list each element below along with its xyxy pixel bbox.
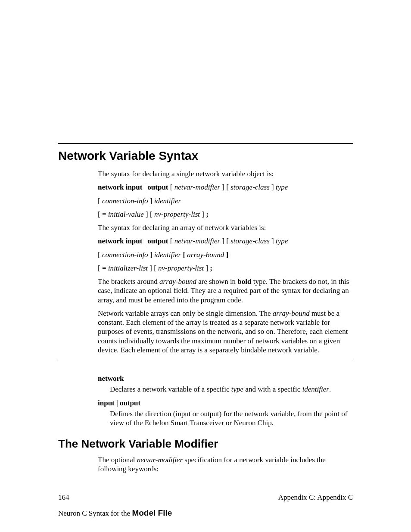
page-number: 164 xyxy=(58,493,69,502)
term-network-label: network xyxy=(98,374,353,383)
footer-line1: 164 Appendix C: Appendix C xyxy=(58,493,353,502)
intro-p2: The syntax for declaring an array of net… xyxy=(98,223,353,232)
syntax-single-line3: [ = initial-value ] [ nv-property-list ]… xyxy=(98,210,353,219)
body-block-1: The syntax for declaring a single networ… xyxy=(98,169,353,355)
footer-line2-a: Neuron C Syntax for the xyxy=(58,509,132,517)
intro-p4: Network variable arrays can only be sing… xyxy=(98,309,353,355)
term-io-desc: Defines the direction (input or output) … xyxy=(110,409,353,428)
nvmod-block: The Network Variable Modifier The option… xyxy=(98,437,353,473)
rule-top xyxy=(58,143,353,144)
syntax-array-line2: [ connection-info ] identifier [ array-b… xyxy=(98,250,353,259)
page: Network Variable Syntax The syntax for d… xyxy=(0,0,411,532)
heading-nv-modifier: The Network Variable Modifier xyxy=(58,437,353,451)
syntax-single-line1: network input | output [ netvar-modifier… xyxy=(98,183,353,192)
appendix-label: Appendix C: Appendix C xyxy=(278,493,353,502)
term-io-label: input | output xyxy=(98,398,353,408)
syntax-array-line1: network input | output [ netvar-modifier… xyxy=(98,236,353,246)
term-block: network Declares a network variable of a… xyxy=(98,374,353,427)
intro-p3: The brackets around array-bound are show… xyxy=(98,277,353,305)
syntax-single-line2: [ connection-info ] identifier xyxy=(98,196,353,205)
nvmod-p: The optional netvar-modifier specificati… xyxy=(98,455,353,474)
footer-line2-b: Model File xyxy=(132,508,172,517)
term-network-desc: Declares a network variable of a specifi… xyxy=(110,385,353,394)
syntax-array-line3: [ = initializer-list ] [ nv-property-lis… xyxy=(98,264,353,273)
intro-p1: The syntax for declaring a single networ… xyxy=(98,169,353,178)
footer-line2: Neuron C Syntax for the Model File xyxy=(58,508,172,518)
rule-mid xyxy=(58,359,353,359)
heading-network-variable-syntax: Network Variable Syntax xyxy=(58,148,353,163)
